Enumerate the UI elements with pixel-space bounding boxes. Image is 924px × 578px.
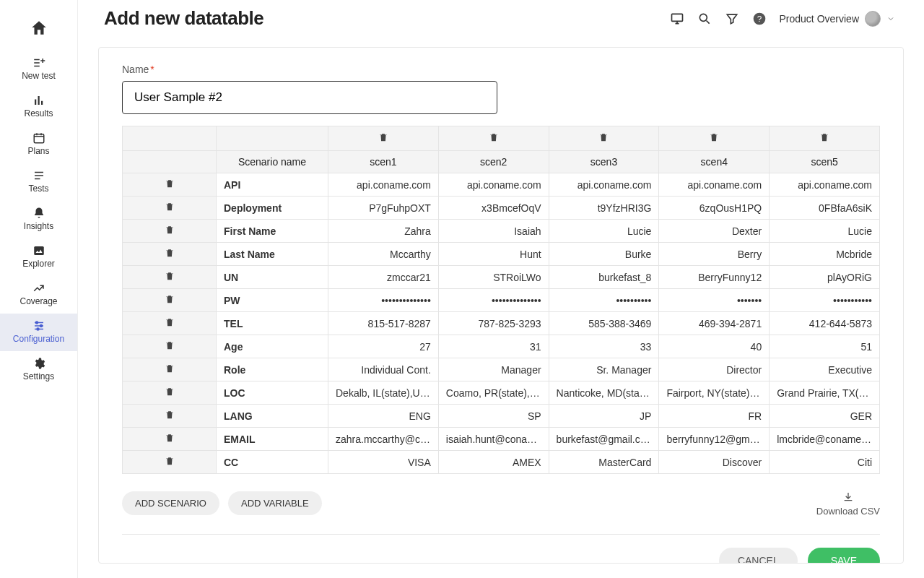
trash-icon[interactable] — [165, 225, 175, 235]
cell[interactable]: Zahra — [328, 220, 439, 243]
cell[interactable]: Individual Cont. — [328, 358, 439, 381]
row-label[interactable]: Role — [217, 358, 328, 381]
trash-icon[interactable] — [165, 178, 175, 189]
trash-icon[interactable] — [489, 132, 499, 142]
row-label[interactable]: First Name — [217, 220, 328, 243]
cell[interactable]: FR — [659, 405, 770, 428]
sidebar-item-configuration[interactable]: Configuration — [0, 314, 77, 351]
save-button[interactable]: SAVE — [808, 548, 880, 564]
trash-icon[interactable] — [165, 387, 175, 397]
trash-icon[interactable] — [598, 132, 609, 142]
cell[interactable]: zmccar21 — [328, 266, 439, 289]
trash-icon[interactable] — [165, 410, 175, 420]
sidebar-item-explorer[interactable]: Explorer — [0, 238, 77, 276]
cell[interactable]: ••••••• — [659, 289, 770, 312]
sidebar-item-results[interactable]: Results — [0, 88, 77, 126]
cell[interactable]: lmcbride@coname.co — [770, 428, 880, 451]
trash-icon[interactable] — [378, 132, 388, 142]
cell[interactable]: 787-825-3293 — [438, 312, 549, 335]
cell[interactable]: 31 — [438, 335, 549, 358]
cell[interactable]: api.coname.com — [328, 173, 439, 197]
cell[interactable]: •••••••••• — [549, 289, 659, 312]
sidebar-item-insights[interactable]: Insights — [0, 201, 77, 238]
trash-icon[interactable] — [165, 294, 175, 304]
sidebar-item-new-test[interactable]: New test — [0, 51, 77, 88]
cell[interactable]: Discover — [659, 451, 770, 474]
cell[interactable]: AMEX — [438, 451, 549, 474]
cell[interactable]: Burke — [549, 243, 659, 266]
cell[interactable]: 40 — [659, 335, 770, 358]
cell[interactable]: t9YfzHRI3G — [549, 197, 659, 220]
row-label[interactable]: Age — [217, 335, 328, 358]
scenario-header[interactable]: scen4 — [659, 151, 770, 173]
trash-icon[interactable] — [165, 202, 175, 212]
cell[interactable]: Lucie — [770, 220, 880, 243]
cell[interactable]: ENG — [328, 405, 439, 428]
cell[interactable]: burkefast_8 — [549, 266, 659, 289]
cell[interactable]: Hunt — [438, 243, 549, 266]
cell[interactable]: Mcbride — [770, 243, 880, 266]
scenario-header[interactable]: scen2 — [438, 151, 549, 173]
scenario-header[interactable]: scen3 — [549, 151, 659, 173]
cell[interactable]: MasterCard — [549, 451, 659, 474]
cell[interactable]: Mccarthy — [328, 243, 439, 266]
sidebar-item-home[interactable] — [0, 13, 77, 46]
sidebar-item-coverage[interactable]: Coverage — [0, 276, 77, 314]
cell[interactable]: 27 — [328, 335, 439, 358]
trash-icon[interactable] — [165, 248, 175, 258]
cell[interactable]: Nanticoke, MD(state),USA — [549, 381, 659, 405]
row-label[interactable]: PW — [217, 289, 328, 312]
name-input[interactable] — [122, 81, 497, 114]
cell[interactable]: 6zqOusH1PQ — [659, 197, 770, 220]
cell[interactable]: x3BmcefOqV — [438, 197, 549, 220]
cell[interactable]: api.coname.com — [659, 173, 770, 197]
filter-icon[interactable] — [725, 12, 739, 26]
row-label[interactable]: CC — [217, 451, 328, 474]
cell[interactable]: SP — [438, 405, 549, 428]
cell[interactable]: Berry — [659, 243, 770, 266]
trash-icon[interactable] — [165, 363, 175, 374]
cell[interactable]: STRoiLWo — [438, 266, 549, 289]
sidebar-item-plans[interactable]: Plans — [0, 126, 77, 163]
cell[interactable]: Coamo, PR(state),USA — [438, 381, 549, 405]
cell[interactable]: 412-644-5873 — [770, 312, 880, 335]
cell[interactable]: Director — [659, 358, 770, 381]
cell[interactable]: isaiah.hunt@coname.co — [438, 428, 549, 451]
cell[interactable]: zahra.mccarthy@coname.co — [328, 428, 439, 451]
row-label[interactable]: Deployment — [217, 197, 328, 220]
trash-icon[interactable] — [709, 132, 719, 142]
sidebar-item-settings[interactable]: Settings — [0, 351, 77, 389]
cell[interactable]: Lucie — [549, 220, 659, 243]
sidebar-item-tests[interactable]: Tests — [0, 163, 77, 201]
cell[interactable]: Executive — [770, 358, 880, 381]
scenario-header[interactable]: scen1 — [328, 151, 439, 173]
cell[interactable]: ••••••••••• — [770, 289, 880, 312]
cell[interactable]: P7gFuhpOXT — [328, 197, 439, 220]
cell[interactable]: api.coname.com — [770, 173, 880, 197]
cell[interactable]: burkefast@gmail.com — [549, 428, 659, 451]
row-label[interactable]: Last Name — [217, 243, 328, 266]
cell[interactable]: api.coname.com — [438, 173, 549, 197]
trash-icon[interactable] — [165, 340, 175, 350]
row-label[interactable]: API — [217, 173, 328, 197]
cell[interactable]: JP — [549, 405, 659, 428]
trash-icon[interactable] — [165, 317, 175, 327]
cell[interactable]: Isaiah — [438, 220, 549, 243]
cell[interactable]: 0FBfaA6siK — [770, 197, 880, 220]
cell[interactable]: Citi — [770, 451, 880, 474]
workspace-switcher[interactable]: Product Overview — [780, 11, 895, 27]
cell[interactable]: BerryFunny12 — [659, 266, 770, 289]
cell[interactable]: plAyORiG — [770, 266, 880, 289]
cell[interactable]: Manager — [438, 358, 549, 381]
row-label[interactable]: UN — [217, 266, 328, 289]
cell[interactable]: Sr. Manager — [549, 358, 659, 381]
add-variable-button[interactable]: ADD VARIABLE — [228, 491, 322, 515]
row-label[interactable]: EMAIL — [217, 428, 328, 451]
cell[interactable]: •••••••••••••• — [438, 289, 549, 312]
cell[interactable]: VISA — [328, 451, 439, 474]
cancel-button[interactable]: CANCEL — [719, 548, 798, 564]
trash-icon[interactable] — [165, 271, 175, 281]
trash-icon[interactable] — [165, 456, 175, 466]
cell[interactable]: berryfunny12@gmai.com — [659, 428, 770, 451]
cell[interactable]: api.coname.com — [549, 173, 659, 197]
